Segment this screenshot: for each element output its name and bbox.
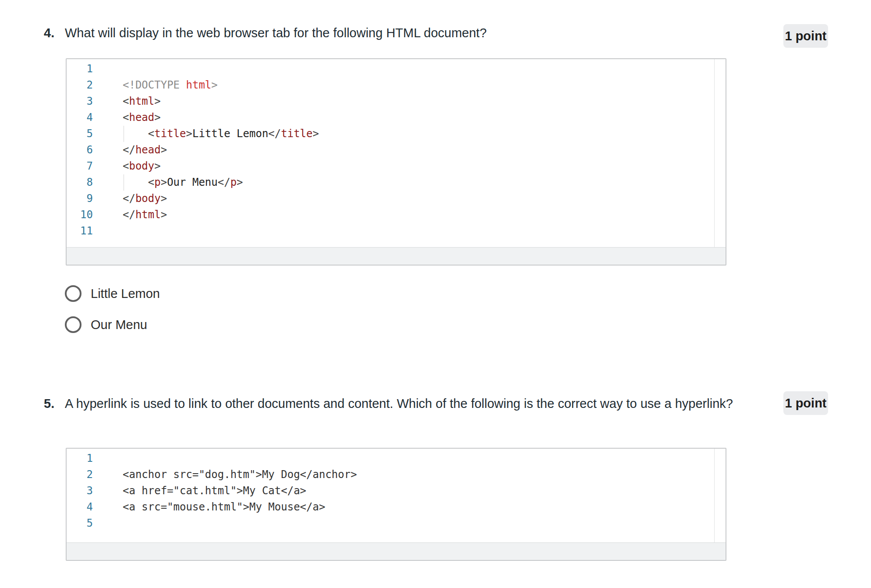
code-text: <anchor src="dog.htm">My Dog</anchor> (93, 467, 357, 483)
code-text: </html> (93, 207, 167, 223)
code-line: 6</head> (67, 142, 726, 158)
code-line: 10</html> (67, 207, 726, 223)
line-number: 2 (67, 467, 93, 483)
code-text: <p>Our Menu</p> (93, 174, 243, 191)
code-text (93, 223, 123, 239)
code-text: <!DOCTYPE html> (93, 77, 218, 93)
code-text: <head> (93, 110, 161, 126)
radio-button[interactable] (65, 316, 81, 333)
line-number: 2 (67, 77, 93, 93)
vertical-scrollbar[interactable] (714, 59, 726, 247)
code-text (93, 515, 123, 531)
code-text: <title>Little Lemon</title> (93, 126, 319, 142)
code-line: 3<a href="cat.html">My Cat</a> (67, 483, 726, 499)
code-text: </body> (93, 191, 167, 207)
code-line: 9</body> (67, 191, 726, 207)
code-area: 12<anchor src="dog.htm">My Dog</anchor>3… (67, 449, 726, 542)
line-number: 4 (67, 110, 93, 126)
line-number: 7 (67, 158, 93, 174)
code-line: 5 <title>Little Lemon</title> (67, 126, 726, 142)
code-text (93, 450, 123, 467)
option-label[interactable]: Little Lemon (91, 285, 160, 302)
line-number: 6 (67, 142, 93, 158)
line-number: 4 (67, 499, 93, 515)
code-line: 11 (67, 223, 726, 239)
code-text: <body> (93, 158, 161, 174)
question-5-text: A hyperlink is used to link to other doc… (65, 393, 733, 414)
code-line: 2<!DOCTYPE html> (67, 77, 726, 93)
line-number: 9 (67, 191, 93, 207)
line-number: 5 (67, 515, 93, 531)
line-number: 8 (67, 174, 93, 191)
question-4-code-editor: 12<!DOCTYPE html>3<html>4<head>5 <title>… (66, 58, 726, 266)
code-line: 1 (67, 61, 726, 77)
code-line: 4<head> (67, 110, 726, 126)
answer-option[interactable]: Our Menu (65, 316, 160, 333)
vertical-scrollbar[interactable] (714, 449, 726, 542)
line-number: 10 (67, 207, 93, 223)
line-number: 5 (67, 126, 93, 142)
question-4-points-badge: 1 point (783, 24, 828, 48)
quiz-page: 4. What will display in the web browser … (0, 0, 871, 588)
option-label[interactable]: Our Menu (91, 316, 147, 333)
code-text: <html> (93, 93, 161, 110)
question-4-options: Little LemonOur Menu (65, 285, 160, 347)
line-number: 3 (67, 93, 93, 110)
code-line: 8 <p>Our Menu</p> (67, 174, 726, 191)
code-line: 5 (67, 515, 726, 531)
code-text: <a src="mouse.html">My Mouse</a> (93, 499, 325, 515)
question-5-header: 5. A hyperlink is used to link to other … (44, 393, 733, 414)
line-number: 3 (67, 483, 93, 499)
radio-button[interactable] (65, 285, 81, 302)
question-4-number: 4. (44, 23, 65, 43)
code-line: 2<anchor src="dog.htm">My Dog</anchor> (67, 467, 726, 483)
code-area: 12<!DOCTYPE html>3<html>4<head>5 <title>… (67, 59, 726, 247)
code-line: 1 (67, 450, 726, 467)
horizontal-scrollbar[interactable] (67, 542, 726, 560)
code-line: 4<a src="mouse.html">My Mouse</a> (67, 499, 726, 515)
code-text (93, 61, 123, 77)
code-line: 3<html> (67, 93, 726, 110)
code-line: 7<body> (67, 158, 726, 174)
line-number: 1 (67, 450, 93, 467)
question-5-code-editor: 12<anchor src="dog.htm">My Dog</anchor>3… (66, 448, 726, 561)
answer-option[interactable]: Little Lemon (65, 285, 160, 302)
question-4-text: What will display in the web browser tab… (65, 23, 487, 43)
line-number: 1 (67, 61, 93, 77)
line-number: 11 (67, 223, 93, 239)
horizontal-scrollbar[interactable] (67, 247, 726, 265)
question-5-number: 5. (44, 393, 65, 414)
question-5-points-badge: 1 point (783, 391, 828, 415)
code-text: </head> (93, 142, 167, 158)
code-text: <a href="cat.html">My Cat</a> (93, 483, 306, 499)
question-4-header: 4. What will display in the web browser … (44, 23, 487, 43)
